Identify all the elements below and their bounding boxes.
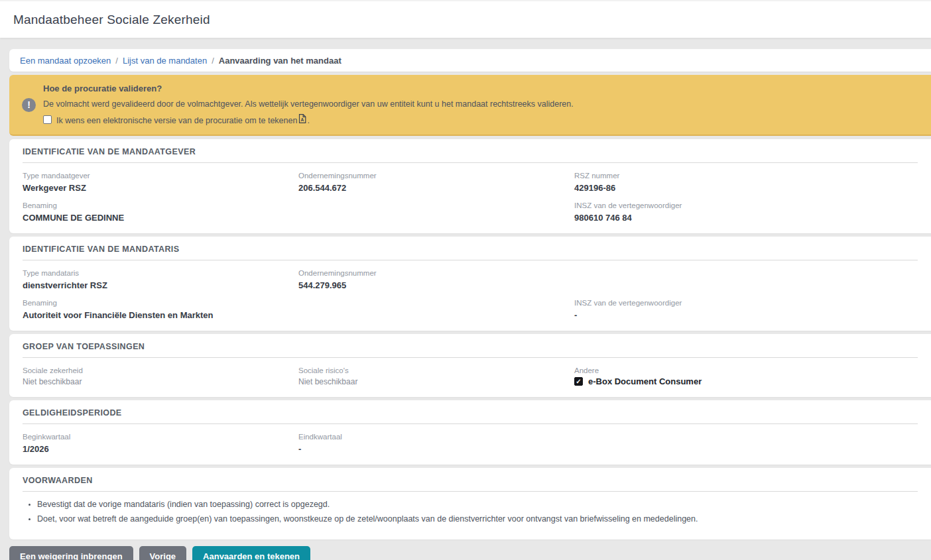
field-label: Sociale risico's (298, 366, 574, 374)
breadcrumb-link-list[interactable]: Lijst van de mandaten (123, 56, 207, 66)
main-content: Een mandaat opzoeken / Lijst van de mand… (9, 49, 931, 539)
pdf-file-icon[interactable]: A (298, 114, 306, 123)
breadcrumb-separator: / (212, 56, 214, 66)
field-sociale-zekerheid: Sociale zekerheid Niet beschikbaar (23, 366, 298, 386)
field-label: INSZ van de vertegenwoordiger (574, 201, 918, 209)
field-value: 980610 746 84 (574, 213, 918, 223)
voorwaarden-list: Bevestigt dat de vorige mandataris (indi… (37, 500, 918, 524)
voorwaarden-item: Doet, voor wat betreft de aangeduide gro… (37, 514, 918, 524)
page-title: Mandaatbeheer Sociale Zekerheid (13, 13, 210, 27)
info-banner: ! Hoe de procuratie valideren? De volmac… (9, 75, 931, 136)
field-value: - (298, 444, 574, 454)
field-empty (574, 433, 918, 454)
previous-button[interactable]: Vorige (139, 546, 187, 560)
field-label: Andere (574, 366, 918, 374)
banner-title: Hoe de procuratie valideren? (43, 84, 918, 99)
section-voorwaarden-title: VOORWAARDEN (23, 476, 918, 492)
section-voorwaarden: VOORWAARDEN Bevestigt dat de vorige mand… (9, 468, 931, 539)
field-value: 429196-86 (574, 183, 918, 193)
app-header: Mandaatbeheer Sociale Zekerheid (0, 0, 931, 38)
action-bar: Een weigering inbrengen Vorige Aanvaarde… (9, 546, 931, 560)
field-label: Benaming (23, 201, 298, 209)
procuratie-checkbox-label: Ik wens een elektronische versie van de … (56, 114, 310, 125)
field-benaming: Benaming COMMUNE DE GEDINNE (23, 201, 298, 223)
section-toepassingen: GROEP VAN TOEPASSINGEN Sociale zekerheid… (9, 334, 931, 397)
section-mandaatgever-title: IDENTIFICATIE VAN DE MANDAATGEVER (23, 147, 918, 163)
section-mandataris-title: IDENTIFICATIE VAN DE MANDATARIS (23, 245, 918, 260)
breadcrumb-link-search[interactable]: Een mandaat opzoeken (20, 56, 111, 66)
section-toepassingen-title: GROEP VAN TOEPASSINGEN (23, 342, 918, 358)
field-value: Autoriteit voor Financiële Diensten en M… (23, 310, 298, 320)
field-label: Beginkwartaal (23, 433, 298, 441)
field-value: Niet beschikbaar (23, 377, 298, 386)
field-andere: Andere e-Box Document Consumer (574, 366, 918, 386)
field-ondernemingsnummer: Ondernemingsnummer 206.544.672 (298, 172, 574, 193)
field-benaming: Benaming Autoriteit voor Financiële Dien… (23, 299, 298, 320)
ebox-checkbox[interactable] (574, 377, 583, 386)
field-sociale-risicos: Sociale risico's Niet beschikbaar (298, 366, 574, 386)
field-type-mandaatgever: Type mandaatgever Werkgever RSZ (23, 172, 298, 193)
field-value: Niet beschikbaar (298, 377, 574, 386)
ebox-row: e-Box Document Consumer (574, 376, 918, 386)
refuse-button[interactable]: Een weigering inbrengen (9, 546, 133, 560)
breadcrumb-separator: / (115, 56, 118, 66)
banner-checkbox-row: Ik wens een elektronische versie van de … (43, 114, 918, 125)
field-value: - (574, 310, 918, 320)
field-value: COMMUNE DE GEDINNE (23, 213, 298, 223)
exclamation-icon: ! (22, 98, 36, 112)
field-value: 206.544.672 (298, 183, 574, 193)
section-geldigheidsperiode: GELDIGHEIDSPERIODE Beginkwartaal 1/2026 … (9, 400, 931, 465)
field-value: 1/2026 (23, 444, 298, 454)
field-value: 544.279.965 (298, 280, 574, 290)
section-geldigheidsperiode-title: GELDIGHEIDSPERIODE (23, 408, 918, 424)
field-type-mandataris: Type mandataris dienstverrichter RSZ (23, 269, 298, 290)
banner-body: De volmacht werd gevalideerd door de vol… (43, 99, 918, 114)
field-empty (298, 201, 574, 223)
procuratie-checkbox[interactable] (43, 115, 52, 124)
field-label: Sociale zekerheid (23, 366, 298, 374)
section-mandataris: IDENTIFICATIE VAN DE MANDATARIS Type man… (9, 237, 931, 331)
svg-text:A: A (301, 117, 304, 122)
field-label: Ondernemingsnummer (298, 172, 574, 180)
field-eindkwartaal: Eindkwartaal - (298, 433, 574, 454)
field-label: INSZ van de vertegenwoordiger (574, 299, 918, 307)
field-label: Eindkwartaal (298, 433, 574, 441)
breadcrumb: Een mandaat opzoeken / Lijst van de mand… (9, 49, 931, 72)
field-rsz-nummer: RSZ nummer 429196-86 (574, 172, 918, 193)
field-label: RSZ nummer (574, 172, 918, 180)
field-insz-vertegenwoordiger: INSZ van de vertegenwoordiger - (574, 299, 918, 320)
field-empty (574, 269, 918, 290)
ebox-label: e-Box Document Consumer (588, 376, 702, 386)
voorwaarden-item: Bevestigt dat de vorige mandataris (indi… (37, 500, 918, 509)
field-label: Benaming (23, 299, 298, 307)
field-empty (298, 299, 574, 320)
field-label: Type mandataris (23, 269, 298, 277)
field-label: Ondernemingsnummer (298, 269, 574, 277)
accept-button[interactable]: Aanvaarden en tekenen (192, 546, 310, 560)
field-label: Type mandaatgever (23, 172, 298, 180)
breadcrumb-current: Aanvaarding van het mandaat (219, 56, 341, 66)
field-value: dienstverrichter RSZ (23, 280, 298, 290)
field-beginkwartaal: Beginkwartaal 1/2026 (23, 433, 298, 454)
field-value: Werkgever RSZ (23, 183, 298, 193)
field-ondernemingsnummer: Ondernemingsnummer 544.279.965 (298, 269, 574, 290)
section-mandaatgever: IDENTIFICATIE VAN DE MANDAATGEVER Type m… (9, 139, 931, 233)
field-insz-vertegenwoordiger: INSZ van de vertegenwoordiger 980610 746… (574, 201, 918, 223)
